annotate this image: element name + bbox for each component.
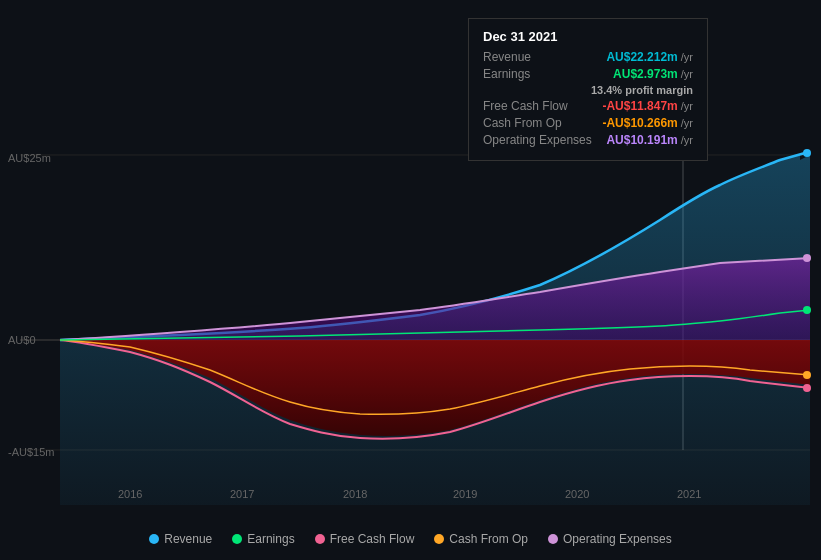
legend-label-revenue: Revenue — [164, 532, 212, 546]
tooltip-row-cashop: Cash From Op -AU$10.266m/yr — [483, 116, 693, 130]
legend-label-fcf: Free Cash Flow — [330, 532, 415, 546]
legend-dot-revenue — [149, 534, 159, 544]
legend-label-earnings: Earnings — [247, 532, 294, 546]
tooltip-label-opex: Operating Expenses — [483, 133, 592, 147]
legend-item-cashop[interactable]: Cash From Op — [434, 532, 528, 546]
tooltip-value-revenue: AU$22.212m — [606, 50, 677, 64]
tooltip-row-fcf: Free Cash Flow -AU$11.847m/yr — [483, 99, 693, 113]
data-tooltip: Dec 31 2021 Revenue AU$22.212m/yr Earnin… — [468, 18, 708, 161]
tooltip-profit-margin: 13.4% profit margin — [483, 84, 693, 96]
legend-dot-earnings — [232, 534, 242, 544]
svg-point-5 — [803, 306, 811, 314]
svg-point-6 — [803, 384, 811, 392]
tooltip-value-opex: AU$10.191m — [606, 133, 677, 147]
tooltip-value-fcf: -AU$11.847m — [602, 99, 677, 113]
legend-item-earnings[interactable]: Earnings — [232, 532, 294, 546]
x-label-2020: 2020 — [565, 488, 589, 500]
x-label-2018: 2018 — [343, 488, 367, 500]
tooltip-row-revenue: Revenue AU$22.212m/yr — [483, 50, 693, 64]
y-axis-bottom: -AU$15m — [8, 446, 54, 458]
legend-dot-cashop — [434, 534, 444, 544]
tooltip-value-earnings: AU$2.973m — [613, 67, 678, 81]
y-axis-top: AU$25m — [8, 152, 51, 164]
tooltip-row-earnings: Earnings AU$2.973m/yr — [483, 67, 693, 81]
x-label-2016: 2016 — [118, 488, 142, 500]
svg-point-4 — [803, 149, 811, 157]
legend-dot-fcf — [315, 534, 325, 544]
legend-dot-opex — [548, 534, 558, 544]
tooltip-label-cashop: Cash From Op — [483, 116, 562, 130]
chart-legend: Revenue Earnings Free Cash Flow Cash Fro… — [0, 532, 821, 546]
legend-item-opex[interactable]: Operating Expenses — [548, 532, 672, 546]
tooltip-label-fcf: Free Cash Flow — [483, 99, 568, 113]
legend-item-fcf[interactable]: Free Cash Flow — [315, 532, 415, 546]
x-label-2019: 2019 — [453, 488, 477, 500]
svg-point-8 — [803, 254, 811, 262]
tooltip-row-opex: Operating Expenses AU$10.191m/yr — [483, 133, 693, 147]
x-label-2021: 2021 — [677, 488, 701, 500]
tooltip-title: Dec 31 2021 — [483, 29, 693, 44]
legend-label-cashop: Cash From Op — [449, 532, 528, 546]
x-label-2017: 2017 — [230, 488, 254, 500]
legend-item-revenue[interactable]: Revenue — [149, 532, 212, 546]
legend-label-opex: Operating Expenses — [563, 532, 672, 546]
tooltip-value-cashop: -AU$10.266m — [602, 116, 677, 130]
svg-point-7 — [803, 371, 811, 379]
tooltip-label-earnings: Earnings — [483, 67, 530, 81]
tooltip-label-revenue: Revenue — [483, 50, 531, 64]
y-axis-mid: AU$0 — [8, 334, 36, 346]
